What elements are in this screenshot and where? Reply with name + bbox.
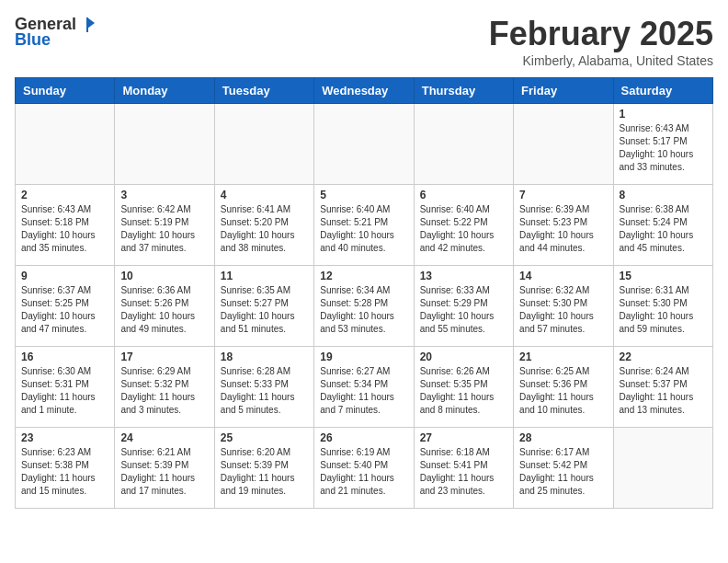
week-row-1: 1Sunrise: 6:43 AM Sunset: 5:17 PM Daylig… [16,104,713,185]
day-number: 16 [21,350,108,363]
day-number: 7 [519,189,607,201]
day-info: Sunrise: 6:31 AM Sunset: 5:30 PM Dayligh… [620,284,707,336]
calendar-cell [314,104,414,185]
day-number: 3 [120,189,208,201]
weekday-header-thursday: Thursday [414,78,513,104]
svg-marker-0 [87,17,95,29]
day-info: Sunrise: 6:17 AM Sunset: 5:42 PM Dayligh… [519,446,607,498]
weekday-header-tuesday: Tuesday [214,78,313,104]
day-info: Sunrise: 6:25 AM Sunset: 5:36 PM Dayligh… [519,365,607,417]
calendar-cell [214,104,313,185]
day-number: 13 [420,270,507,282]
calendar-cell: 9Sunrise: 6:37 AM Sunset: 5:25 PM Daylig… [16,266,115,347]
day-info: Sunrise: 6:40 AM Sunset: 5:22 PM Dayligh… [420,203,507,255]
calendar-cell: 23Sunrise: 6:23 AM Sunset: 5:38 PM Dayli… [16,428,115,509]
week-row-3: 9Sunrise: 6:37 AM Sunset: 5:25 PM Daylig… [16,266,713,347]
calendar-cell: 4Sunrise: 6:41 AM Sunset: 5:20 PM Daylig… [214,185,313,266]
day-number: 1 [620,108,707,121]
title-block: February 2025 Kimberly, Alabama, United … [489,15,713,68]
calendar-cell: 16Sunrise: 6:30 AM Sunset: 5:31 PM Dayli… [16,347,115,428]
day-info: Sunrise: 6:36 AM Sunset: 5:26 PM Dayligh… [120,284,208,336]
day-number: 14 [519,270,607,282]
day-number: 9 [21,270,108,282]
day-number: 21 [519,350,607,363]
weekday-header-monday: Monday [115,78,214,104]
calendar-cell: 25Sunrise: 6:20 AM Sunset: 5:39 PM Dayli… [214,428,313,509]
calendar-cell: 24Sunrise: 6:21 AM Sunset: 5:39 PM Dayli… [115,428,214,509]
day-info: Sunrise: 6:27 AM Sunset: 5:34 PM Dayligh… [320,365,407,417]
day-info: Sunrise: 6:42 AM Sunset: 5:19 PM Dayligh… [120,203,208,255]
calendar-cell: 20Sunrise: 6:26 AM Sunset: 5:35 PM Dayli… [414,347,513,428]
calendar-cell: 28Sunrise: 6:17 AM Sunset: 5:42 PM Dayli… [514,428,613,509]
calendar-table: SundayMondayTuesdayWednesdayThursdayFrid… [15,77,713,509]
day-number: 24 [120,431,208,444]
day-number: 23 [21,431,108,444]
day-info: Sunrise: 6:24 AM Sunset: 5:37 PM Dayligh… [620,365,707,417]
calendar-subtitle: Kimberly, Alabama, United States [489,53,713,68]
calendar-cell [613,428,712,509]
day-info: Sunrise: 6:18 AM Sunset: 5:41 PM Dayligh… [420,446,507,498]
day-number: 18 [221,350,308,363]
day-number: 2 [21,189,108,201]
day-info: Sunrise: 6:40 AM Sunset: 5:21 PM Dayligh… [320,203,407,255]
day-number: 11 [221,270,308,282]
week-row-4: 16Sunrise: 6:30 AM Sunset: 5:31 PM Dayli… [16,347,713,428]
calendar-cell: 19Sunrise: 6:27 AM Sunset: 5:34 PM Dayli… [314,347,414,428]
day-info: Sunrise: 6:34 AM Sunset: 5:28 PM Dayligh… [320,284,407,336]
calendar-cell: 14Sunrise: 6:32 AM Sunset: 5:30 PM Dayli… [514,266,613,347]
day-info: Sunrise: 6:29 AM Sunset: 5:32 PM Dayligh… [120,365,208,417]
day-number: 12 [320,270,407,282]
day-number: 8 [620,189,707,201]
calendar-cell: 1Sunrise: 6:43 AM Sunset: 5:17 PM Daylig… [613,104,712,185]
day-info: Sunrise: 6:20 AM Sunset: 5:39 PM Dayligh… [221,446,308,498]
calendar-cell: 21Sunrise: 6:25 AM Sunset: 5:36 PM Dayli… [514,347,613,428]
day-number: 26 [320,431,407,444]
calendar-cell [414,104,513,185]
day-info: Sunrise: 6:19 AM Sunset: 5:40 PM Dayligh… [320,446,407,498]
day-number: 6 [420,189,507,201]
day-number: 15 [620,270,707,282]
calendar-cell: 5Sunrise: 6:40 AM Sunset: 5:21 PM Daylig… [314,185,414,266]
logo: General Blue [15,15,97,50]
day-number: 10 [120,270,208,282]
week-row-5: 23Sunrise: 6:23 AM Sunset: 5:38 PM Dayli… [16,428,713,509]
calendar-cell [16,104,115,185]
day-number: 27 [420,431,507,444]
calendar-title: February 2025 [489,15,713,53]
day-number: 20 [420,350,507,363]
day-number: 5 [320,189,407,201]
day-info: Sunrise: 6:35 AM Sunset: 5:27 PM Dayligh… [221,284,308,336]
day-info: Sunrise: 6:33 AM Sunset: 5:29 PM Dayligh… [420,284,507,336]
day-info: Sunrise: 6:21 AM Sunset: 5:39 PM Dayligh… [120,446,208,498]
day-number: 25 [221,431,308,444]
calendar-cell: 10Sunrise: 6:36 AM Sunset: 5:26 PM Dayli… [115,266,214,347]
day-info: Sunrise: 6:37 AM Sunset: 5:25 PM Dayligh… [21,284,108,336]
calendar-cell: 12Sunrise: 6:34 AM Sunset: 5:28 PM Dayli… [314,266,414,347]
day-info: Sunrise: 6:38 AM Sunset: 5:24 PM Dayligh… [620,203,707,255]
weekday-header-wednesday: Wednesday [314,78,414,104]
calendar-cell: 6Sunrise: 6:40 AM Sunset: 5:22 PM Daylig… [414,185,513,266]
calendar-cell: 13Sunrise: 6:33 AM Sunset: 5:29 PM Dayli… [414,266,513,347]
weekday-header-friday: Friday [514,78,613,104]
calendar-cell: 8Sunrise: 6:38 AM Sunset: 5:24 PM Daylig… [613,185,712,266]
calendar-cell: 26Sunrise: 6:19 AM Sunset: 5:40 PM Dayli… [314,428,414,509]
calendar-cell: 11Sunrise: 6:35 AM Sunset: 5:27 PM Dayli… [214,266,313,347]
calendar-cell: 18Sunrise: 6:28 AM Sunset: 5:33 PM Dayli… [214,347,313,428]
day-info: Sunrise: 6:30 AM Sunset: 5:31 PM Dayligh… [21,365,108,417]
weekday-header-saturday: Saturday [613,78,712,104]
day-info: Sunrise: 6:32 AM Sunset: 5:30 PM Dayligh… [519,284,607,336]
day-info: Sunrise: 6:43 AM Sunset: 5:18 PM Dayligh… [21,203,108,255]
calendar-cell [115,104,214,185]
day-info: Sunrise: 6:23 AM Sunset: 5:38 PM Dayligh… [21,446,108,498]
calendar-cell: 22Sunrise: 6:24 AM Sunset: 5:37 PM Dayli… [613,347,712,428]
calendar-cell: 7Sunrise: 6:39 AM Sunset: 5:23 PM Daylig… [514,185,613,266]
day-info: Sunrise: 6:43 AM Sunset: 5:17 PM Dayligh… [620,122,707,174]
day-info: Sunrise: 6:41 AM Sunset: 5:20 PM Dayligh… [221,203,308,255]
calendar-cell: 15Sunrise: 6:31 AM Sunset: 5:30 PM Dayli… [613,266,712,347]
calendar-cell: 2Sunrise: 6:43 AM Sunset: 5:18 PM Daylig… [16,185,115,266]
day-number: 28 [519,431,607,444]
week-row-2: 2Sunrise: 6:43 AM Sunset: 5:18 PM Daylig… [16,185,713,266]
svg-rect-1 [86,17,88,32]
day-number: 22 [620,350,707,363]
header: General Blue February 2025 Kimberly, Ala… [15,15,713,68]
